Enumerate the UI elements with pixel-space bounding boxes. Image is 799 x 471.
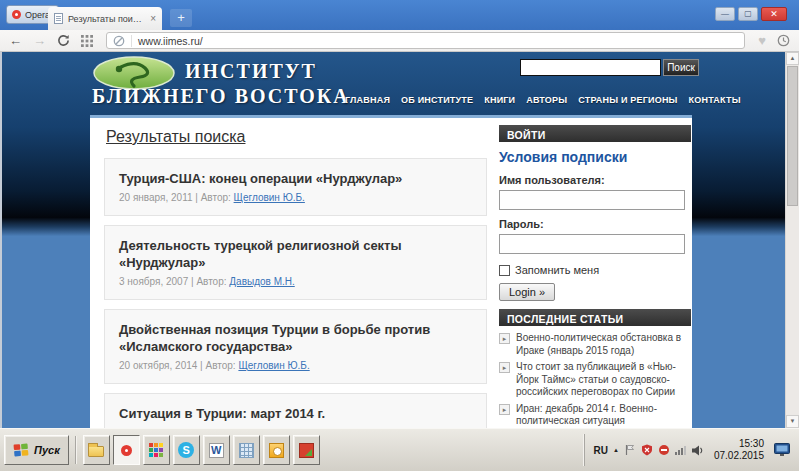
results-list: Турция-США: конец операции «Нурджулар»20…: [104, 158, 487, 428]
tab-close-icon[interactable]: ×: [150, 13, 156, 24]
taskbar: Пуск RU ▲ 15:30 07.02.2015: [0, 428, 799, 471]
article-bullet-icon: ▸: [499, 333, 510, 344]
nav-item-5[interactable]: СТРАНЫ И РЕГИОНЫ: [578, 95, 677, 105]
reader-icon: [299, 443, 314, 458]
site-search-input[interactable]: [520, 59, 661, 76]
tray-expand-icon[interactable]: ▲: [613, 447, 619, 453]
article-title-link[interactable]: Турция-США: конец операции «Нурджулар»: [119, 170, 472, 187]
login-section-header: ВОЙТИ: [499, 125, 691, 142]
search-result-item: Ситуация в Турции: март 2014 г.20 апреля…: [104, 393, 487, 428]
start-label: Пуск: [34, 444, 60, 456]
remember-me-row: Запомнить меня: [499, 264, 691, 276]
main-navigation: ГЛАВНАЯОБ ИНСТИТУТЕКНИГИАВТОРЫСТРАНЫ И Р…: [345, 95, 741, 105]
tray-date: 07.02.2015: [714, 450, 764, 462]
windows-logo-icon: [13, 443, 29, 457]
scroll-up-icon[interactable]: ▲: [786, 52, 799, 65]
show-desktop-button[interactable]: [772, 435, 792, 465]
back-button[interactable]: ←: [9, 34, 22, 47]
browser-tab-strip: Opera Результаты поиска нурдж × + — ▢ ✕: [0, 0, 799, 30]
security-shield-icon[interactable]: [641, 444, 653, 456]
taskbar-app-explorer[interactable]: [83, 435, 110, 465]
page-scrollbar[interactable]: ▲ ▼: [785, 52, 799, 428]
browser-tab[interactable]: Результаты поиска нурдж ×: [48, 7, 162, 30]
opera-logo-icon: [12, 10, 21, 19]
new-tab-button[interactable]: +: [170, 9, 192, 27]
history-clock-icon[interactable]: [777, 34, 790, 47]
taskbar-app-skype[interactable]: [173, 435, 200, 465]
remember-me-checkbox[interactable]: [499, 265, 510, 276]
taskbar-app-outlook[interactable]: [263, 435, 290, 465]
nav-item-2[interactable]: ОБ ИНСТИТУТЕ: [401, 95, 473, 105]
nav-item-3[interactable]: КНИГИ: [484, 95, 515, 105]
window-maximize-button[interactable]: ▢: [738, 7, 758, 21]
word-icon: [209, 443, 224, 458]
search-results-column: Результаты поиска Турция-США: конец опер…: [104, 124, 487, 428]
tab-title: Результаты поиска нурдж: [68, 14, 145, 24]
article-meta: 20 октября, 2014 | Автор: Щегловин Ю.Б.: [119, 360, 472, 371]
window-close-button[interactable]: ✕: [761, 7, 787, 21]
results-heading: Результаты поиска: [106, 128, 487, 146]
article-bullet-icon: ▸: [499, 404, 510, 415]
site-search-button[interactable]: Поиск: [663, 59, 699, 76]
taskbar-app-opera[interactable]: [113, 435, 140, 465]
site-badge-icon[interactable]: [113, 35, 132, 47]
network-icon[interactable]: [675, 445, 687, 456]
taskbar-app-speed-dial[interactable]: [143, 435, 170, 465]
search-result-item: Двойственная позиция Турции в борьбе про…: [104, 309, 487, 384]
nav-item-6[interactable]: КОНТАКТЫ: [689, 95, 741, 105]
article-meta: 20 января, 2011 | Автор: Щегловин Ю.Б.: [119, 192, 472, 203]
forward-button[interactable]: →: [33, 34, 46, 47]
taskbar-app-word[interactable]: [203, 435, 230, 465]
remember-me-label: Запомнить меня: [515, 264, 599, 276]
taskbar-app-reader[interactable]: [293, 435, 320, 465]
opera-menu-label: Opera: [25, 10, 50, 20]
author-link[interactable]: Щегловин Ю.Б.: [238, 360, 309, 371]
password-label: Пароль:: [499, 218, 691, 230]
latest-article-item[interactable]: ▸Что стоит за публикацией в «Нью-Йорк Та…: [499, 361, 691, 399]
article-meta: 3 ноября, 2007 | Автор: Давыдов М.Н.: [119, 276, 472, 287]
latest-article-item[interactable]: ▸Иран: декабрь 2014 г. Военно-политическ…: [499, 403, 691, 428]
window-minimize-button[interactable]: —: [715, 7, 735, 21]
latest-article-item[interactable]: ▸Военно-политическая обстановка в Ираке …: [499, 332, 691, 357]
username-label: Имя пользователя:: [499, 174, 691, 186]
nav-item-4[interactable]: АВТОРЫ: [526, 95, 567, 105]
volume-icon[interactable]: [692, 445, 704, 456]
browser-toolbar: ← → www.iimes.ru/ ♥: [0, 30, 799, 52]
calculator-icon: [239, 443, 254, 458]
speed-dial-grid-icon[interactable]: [81, 35, 93, 47]
taskbar-apps: [83, 435, 320, 465]
article-title-link[interactable]: Деятельность турецкой религиозной секты …: [119, 237, 472, 271]
search-result-item: Турция-США: конец операции «Нурджулар»20…: [104, 158, 487, 216]
subscription-link[interactable]: Условия подписки: [499, 149, 627, 165]
username-field[interactable]: [499, 190, 685, 210]
latest-articles-list: ▸Военно-политическая обстановка в Ираке …: [499, 332, 691, 428]
window-controls: — ▢ ✕: [715, 7, 787, 21]
article-title-link[interactable]: Двойственная позиция Турции в борьбе про…: [119, 321, 472, 355]
action-center-flag-icon[interactable]: [624, 444, 636, 456]
tray-clock[interactable]: 15:30 07.02.2015: [714, 438, 764, 462]
page-doc-icon: [54, 13, 63, 24]
taskbar-app-calculator[interactable]: [233, 435, 260, 465]
search-result-item: Деятельность турецкой религиозной секты …: [104, 225, 487, 300]
article-title-link[interactable]: Ситуация в Турции: март 2014 г.: [119, 405, 472, 422]
password-field[interactable]: [499, 234, 685, 254]
scrollbar-thumb[interactable]: [787, 66, 798, 206]
article-bullet-icon: ▸: [499, 362, 510, 373]
speed-dial-icon: [149, 443, 153, 447]
login-button[interactable]: Login »: [499, 283, 555, 301]
start-button[interactable]: Пуск: [4, 435, 69, 465]
address-bar[interactable]: www.iimes.ru/: [106, 32, 745, 49]
author-link[interactable]: Щегловин Ю.Б.: [234, 192, 305, 203]
antivirus-icon[interactable]: [658, 444, 670, 456]
language-indicator[interactable]: RU: [594, 445, 608, 456]
reload-button[interactable]: [57, 34, 70, 47]
skype-icon: [178, 442, 194, 458]
sidebar: ВОЙТИ Условия подписки Имя пользователя:…: [499, 125, 691, 428]
author-link[interactable]: Давыдов М.Н.: [229, 276, 294, 287]
nav-item-1[interactable]: ГЛАВНАЯ: [345, 95, 390, 105]
system-tray: RU ▲ 15:30 07.02.2015: [584, 434, 795, 466]
scroll-down-icon[interactable]: ▼: [786, 415, 799, 428]
bookmark-heart-icon[interactable]: ♥: [758, 34, 766, 47]
content-card: Результаты поиска Турция-США: конец опер…: [90, 115, 692, 428]
tray-time: 15:30: [714, 438, 764, 450]
